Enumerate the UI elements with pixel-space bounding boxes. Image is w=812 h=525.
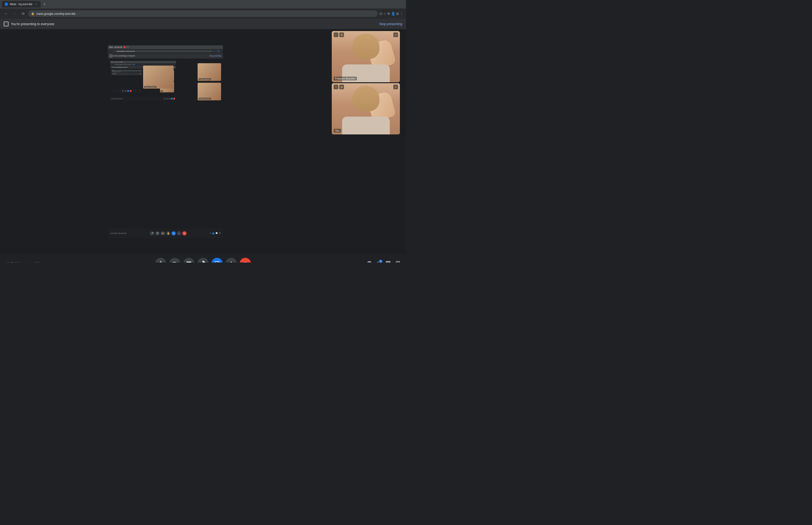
you-tile-fullscreen-btn[interactable]: ⤢ [393, 85, 398, 89]
new-tab-btn[interactable]: + [42, 1, 47, 7]
camera-button[interactable] [169, 258, 181, 262]
lock-icon: 🔒 [31, 12, 34, 15]
meeting-time: 11:22 AM [6, 261, 19, 262]
meeting-code: tnj-esni-ikb [24, 261, 40, 262]
toolbar-left: 11:22 AM | tnj-esni-ikb [6, 261, 40, 262]
mic-button[interactable] [155, 258, 166, 262]
presentation-banner: You're presenting to everyone Stop prese… [0, 19, 406, 29]
tab-title: Meet - tnj-esni-ikb [10, 3, 32, 6]
nested-banner-1: ↑ You're presenting to everyone Stop pre… [108, 53, 223, 59]
active-tab[interactable]: Meet - tnj-esni-ikb × [2, 1, 41, 7]
tile-more-btn[interactable]: ⋯ [334, 32, 338, 37]
address-bar[interactable]: 🔒 meet.google.com/tnj-esni-ikb [28, 10, 378, 17]
toolbar-right: 3 [367, 260, 400, 262]
present-button[interactable] [212, 258, 223, 262]
cast-icon[interactable]: ⊡ [380, 12, 382, 15]
forward-btn[interactable]: → [11, 10, 18, 17]
screen-share-area: Meet - tnj-esni-ikb 🔴 × + ← → ↺ meet.goo… [0, 29, 331, 254]
people-button[interactable]: 3 [376, 260, 382, 262]
tile-pip-btn[interactable]: ⊡ [339, 32, 344, 37]
people-badge: 3 [379, 260, 383, 262]
nested-chrome-1: Meet - tnj-esni-ikb 🔴 × + [108, 45, 223, 49]
captions-button[interactable] [183, 258, 195, 262]
you-tile-pip-btn[interactable]: ⊡ [339, 85, 344, 89]
url-text: meet.google.com/tnj-esni-ikb [36, 12, 75, 15]
raise-hand-button[interactable] [197, 258, 209, 262]
banner-message: You're presenting to everyone [11, 22, 54, 26]
tile-top-controls-francois-medium: ⋯ ⊡ ⤢ [332, 32, 400, 37]
browser-toolbar-icons: ⊡ ☆ ⚙ 👤 ⊞ ⋮ [380, 12, 403, 15]
banner-left: You're presenting to everyone [4, 21, 54, 26]
francois-tile-medium: ⋯ ⊡ ⤢ François Beaufort [332, 31, 400, 82]
you-tile-more-btn[interactable]: ⋯ [334, 85, 338, 89]
you-tile: ⋯ ⊡ ⤢ You [332, 83, 400, 134]
participants-panel: ⋯ ⊡ ⤢ François Beaufort ⋯ ⊡ ⤢ You [331, 29, 406, 254]
recursive-share: Meet - tnj-esni-ikb 🔴 × + ← → ↺ meet.goo… [108, 45, 223, 238]
sidebar-icon[interactable]: ⊞ [396, 12, 399, 15]
chat-button[interactable] [385, 260, 391, 262]
extension-icon[interactable]: ⚙ [387, 12, 390, 15]
end-call-button[interactable] [240, 258, 251, 262]
browser-nav: ← → ⟳ 🔒 meet.google.com/tnj-esni-ikb ⊡ ☆… [0, 9, 406, 19]
info-button[interactable] [367, 260, 372, 262]
more-options-button[interactable] [226, 258, 237, 262]
back-btn[interactable]: ← [3, 10, 10, 17]
you-name-label: You [334, 129, 341, 133]
tab-favicon [5, 3, 8, 6]
browser-chrome: Meet - tnj-esni-ikb × + [0, 0, 406, 9]
screen-share-content: Meet - tnj-esni-ikb 🔴 × + ← → ↺ meet.goo… [108, 45, 223, 238]
reload-btn[interactable]: ⟳ [20, 10, 26, 17]
main-area: Meet - tnj-esni-ikb 🔴 × + ← → ↺ meet.goo… [0, 29, 406, 254]
stop-presenting-button[interactable]: Stop presenting [379, 22, 402, 26]
time-separator: | [21, 261, 22, 262]
nested-nav-1: ← → ↺ meet.google.com/tnj-esni-ikb ⊡ ☆ ⚙… [108, 49, 223, 53]
toolbar-center [155, 258, 251, 262]
bottom-toolbar: 11:22 AM | tnj-esni-ikb [0, 254, 406, 262]
tile-top-controls-you: ⋯ ⊡ ⤢ [332, 85, 400, 89]
tile-fullscreen-btn[interactable]: ⤢ [393, 32, 398, 37]
more-icon[interactable]: ⋮ [400, 12, 403, 15]
tab-close-btn[interactable]: × [34, 2, 38, 6]
francois-name-medium: François Beaufort [334, 77, 357, 80]
activities-button[interactable] [395, 260, 400, 262]
profile-icon[interactable]: 👤 [391, 12, 395, 15]
bookmark-icon[interactable]: ☆ [383, 12, 386, 15]
present-icon [4, 21, 9, 26]
tab-bar: Meet - tnj-esni-ikb × + [2, 1, 404, 7]
